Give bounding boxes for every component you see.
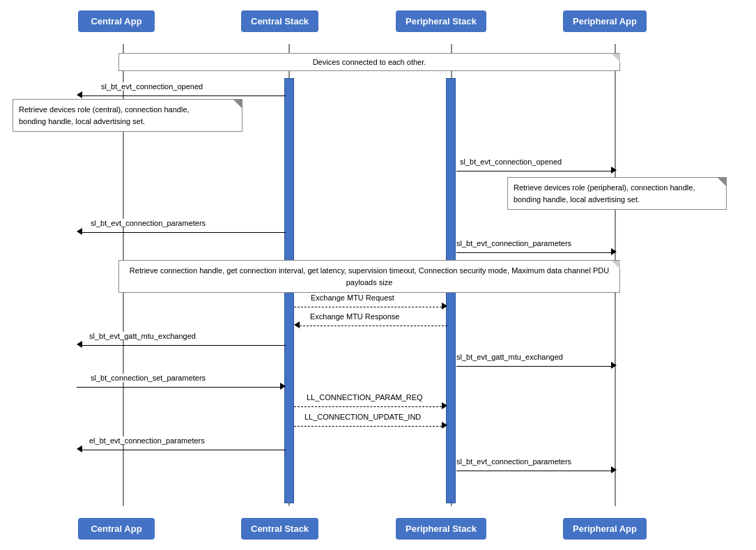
label-connection-opened-1: sl_bt_evt_connection_opened: [101, 82, 203, 91]
actor-peripheral-stack-top: Peripheral Stack: [396, 10, 486, 32]
note-retrieve-central: Retrieve devices role (central), connect…: [13, 99, 242, 132]
label-mtu-resp: Exchange MTU Response: [310, 312, 399, 321]
label-ll-param-req: LL_CONNECTION_PARAM_REQ: [307, 393, 423, 402]
arrow-conn-params-3: [456, 466, 617, 475]
arrow-gatt-mtu-1: [77, 340, 286, 350]
label-gatt-mtu-2: sl_bt_evt_gatt_mtu_exchanged: [456, 353, 563, 361]
label-ll-update-ind: LL_CONNECTION_UPDATE_IND: [304, 413, 421, 421]
label-conn-params-2: sl_bt_evt_connection_parameters: [456, 239, 571, 247]
actor-central-stack-top: Central Stack: [241, 10, 318, 32]
arrow-conn-params-2: [456, 247, 617, 257]
arrow-set-params: [77, 382, 286, 392]
label-connection-opened-2: sl_bt_evt_connection_opened: [460, 158, 562, 166]
label-mtu-req: Exchange MTU Request: [311, 293, 394, 302]
label-gatt-mtu-1: sl_bt_evt_gatt_mtu_exchanged: [89, 332, 196, 340]
label-el-conn-params: el_bt_evt_connection_parameters: [89, 436, 205, 445]
label-set-params: sl_bt_connection_set_parameters: [91, 374, 206, 382]
arrow-mtu-req: [294, 302, 447, 312]
arrow-conn-params-1: [77, 227, 286, 237]
arrow-ll-update-ind: [294, 421, 447, 431]
arrow-el-conn-params: [77, 445, 286, 454]
arrow-connection-opened-2: [456, 166, 617, 176]
actor-peripheral-app-top: Peripheral App: [563, 10, 647, 32]
note-retrieve-peripheral: Retrieve devices role (peripheral), conn…: [507, 177, 727, 210]
label-conn-params-1: sl_bt_evt_connection_parameters: [91, 219, 206, 227]
actor-central-app-top: Central App: [78, 10, 155, 32]
note-retrieve-connection: Retrieve connection handle, get connecti…: [118, 260, 620, 293]
label-conn-params-3: sl_bt_evt_connection_parameters: [456, 457, 571, 466]
actor-central-stack-bottom: Central Stack: [241, 518, 318, 540]
arrow-gatt-mtu-2: [456, 361, 617, 371]
arrow-mtu-resp: [294, 321, 447, 330]
actor-peripheral-stack-bottom: Peripheral Stack: [396, 518, 486, 540]
actor-peripheral-app-bottom: Peripheral App: [563, 518, 647, 540]
actor-central-app-bottom: Central App: [78, 518, 155, 540]
arrow-ll-param-req: [294, 402, 447, 411]
note-devices-connected: Devices connected to each other.: [118, 53, 620, 71]
